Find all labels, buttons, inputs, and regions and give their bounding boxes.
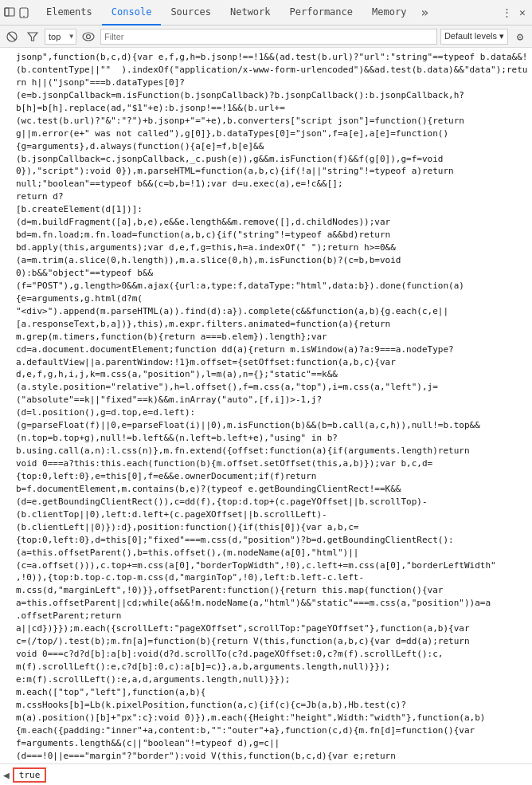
- mobile-icon[interactable]: [18, 6, 30, 19]
- tab-sources-label: Sources: [170, 6, 211, 18]
- console-result-bar: ◀ true: [0, 764, 532, 785]
- levels-label: Default levels ▾: [444, 31, 504, 41]
- tab-sources[interactable]: Sources: [161, 0, 221, 26]
- svg-point-7: [83, 33, 94, 41]
- tab-performance-label: Performance: [290, 6, 353, 18]
- svg-line-5: [9, 33, 15, 40]
- console-result-value: true: [13, 767, 47, 783]
- svg-point-3: [23, 15, 25, 17]
- console-output-wrapper: jsonp",function(b,c,d){var e,f,g,h=b.jso…: [0, 48, 532, 764]
- clear-console-button[interactable]: [3, 28, 21, 45]
- console-log-content: jsonp",function(b,c,d){var e,f,g,h=b.jso…: [3, 49, 529, 764]
- tab-elements[interactable]: Elements: [37, 0, 102, 26]
- filter-icon-button[interactable]: [24, 28, 41, 45]
- svg-rect-1: [5, 8, 9, 16]
- tab-console[interactable]: Console: [102, 0, 162, 26]
- default-levels-button[interactable]: Default levels ▾: [440, 29, 508, 45]
- eye-icon[interactable]: [80, 28, 97, 45]
- tab-performance[interactable]: Performance: [280, 0, 362, 26]
- context-select[interactable]: top: [45, 29, 76, 45]
- svg-rect-0: [5, 8, 14, 16]
- console-settings-icon[interactable]: ⚙: [511, 28, 529, 45]
- console-toolbar: top Default levels ▾ ⚙: [0, 26, 532, 48]
- tab-icon-group: [3, 6, 30, 19]
- tab-network[interactable]: Network: [221, 0, 280, 26]
- devtools-tab-bar: Elements Console Sources Network Perform…: [0, 0, 532, 26]
- tab-elements-label: Elements: [46, 6, 92, 18]
- tab-memory[interactable]: Memory: [362, 0, 416, 26]
- filter-input[interactable]: [100, 29, 437, 45]
- context-select-wrapper[interactable]: top: [45, 29, 76, 45]
- console-prompt-symbol: ◀: [3, 769, 10, 781]
- tab-memory-label: Memory: [372, 6, 406, 18]
- more-options-icon[interactable]: ⋮: [500, 6, 513, 19]
- inspect-icon[interactable]: [3, 6, 16, 19]
- tab-more-button[interactable]: »: [416, 0, 433, 26]
- svg-marker-6: [28, 33, 37, 41]
- tab-console-label: Console: [111, 6, 152, 18]
- close-devtools-icon[interactable]: ✕: [516, 6, 529, 19]
- svg-point-8: [87, 34, 91, 38]
- tab-network-label: Network: [230, 6, 271, 18]
- tab-end-icons: ⋮ ✕: [500, 6, 529, 19]
- console-output[interactable]: jsonp",function(b,c,d){var e,f,g,h=b.jso…: [0, 48, 532, 764]
